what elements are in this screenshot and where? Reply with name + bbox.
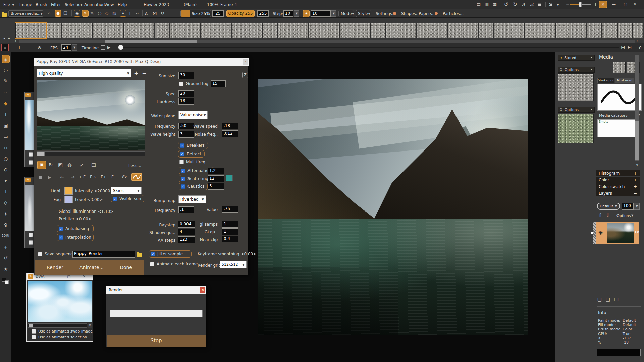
window-b-image[interactable]	[25, 185, 34, 231]
menu-selection[interactable]: Selection	[65, 2, 83, 7]
camera-move-button[interactable]: ▣	[37, 161, 46, 169]
antialiasing-checkbox[interactable]: ✓Antialiasing	[57, 225, 94, 232]
water-plane-dropdown[interactable]: Value noise▼	[178, 111, 208, 119]
star-button[interactable]: ★	[120, 10, 126, 17]
filename-field[interactable]: Puppy_Render_	[72, 251, 135, 258]
pin-marker-icon[interactable]: ⊙	[38, 45, 41, 50]
layer-thumbnail[interactable]	[607, 223, 634, 243]
shapes-button[interactable]: Shapes...	[401, 11, 420, 16]
blend-mode-dropdown[interactable]: Default▼	[597, 203, 620, 210]
style-dropdown[interactable]: Style▼	[356, 10, 371, 17]
stop-button[interactable]: Stop	[107, 335, 206, 347]
wave-speed-field[interactable]: .18	[222, 123, 238, 129]
pin-tool[interactable]: ♀	[2, 221, 10, 229]
layer-opacity-dropdown[interactable]: ▼	[634, 203, 640, 210]
warp-icon[interactable]: ▨	[112, 11, 116, 16]
filmstrip-selected-thumb-1[interactable]	[16, 23, 31, 38]
align-cross-icon[interactable]: +	[128, 11, 132, 16]
dwa-swap-check[interactable]	[32, 329, 36, 334]
filmstrip-selected-group[interactable]	[15, 22, 47, 39]
fog-color-swatch[interactable]	[64, 196, 73, 203]
ellipse-select-tool[interactable]: ○	[2, 155, 10, 163]
media-category-box[interactable]: Empty	[597, 119, 639, 137]
layer-opacity-field[interactable]: 100	[622, 203, 634, 210]
timeline-track[interactable]	[122, 47, 619, 48]
swap-icon[interactable]: ⇄	[530, 2, 534, 7]
canvas-image[interactable]	[258, 79, 528, 335]
polygon-tool[interactable]: ◆	[2, 99, 10, 107]
filmstrip-thumbnails[interactable]	[47, 23, 643, 38]
window-b-check-2[interactable]	[29, 240, 33, 245]
window-a-check-1[interactable]	[29, 152, 33, 157]
restore-icon[interactable]: ▢	[624, 2, 627, 7]
styles-icon[interactable]: S	[549, 2, 552, 7]
info-input-box[interactable]	[597, 349, 641, 356]
particles-button[interactable]: Particles...	[443, 11, 464, 16]
scatter-icon[interactable]: ∴	[48, 11, 51, 15]
sun-size-field[interactable]: 30	[178, 72, 194, 79]
timeline-prev-icon[interactable]: |◀	[621, 45, 625, 49]
move-tool[interactable]: ◈	[2, 55, 10, 63]
puppy-close-button[interactable]: ✕	[243, 59, 248, 65]
paste-image-icon[interactable]: ▤	[477, 2, 481, 7]
steps-field[interactable]: 10	[283, 10, 293, 17]
menu-animation[interactable]: Animation	[84, 2, 105, 7]
secondary-color-swatch[interactable]	[5, 280, 9, 284]
media-scrollbar[interactable]: ⋮	[635, 55, 639, 161]
visible-sun-checkbox[interactable]: ✓Visible sun	[111, 195, 144, 202]
filmstrip-scroll-left-icon[interactable]: ‹	[15, 39, 16, 43]
rotate-icon[interactable]: ↻	[161, 11, 164, 16]
camera-clip-icon[interactable]: ▤	[91, 162, 96, 168]
add-preset-icon[interactable]: +	[134, 70, 139, 77]
light-intensity[interactable]: Intensity <20000>	[75, 189, 113, 193]
background-window-a[interactable]: ✎	[24, 92, 34, 167]
pencil-active-button[interactable]: ✎	[82, 10, 89, 17]
anim-brush-icon[interactable]: ✦	[303, 10, 310, 17]
preview-image[interactable]	[37, 80, 145, 150]
filmstrip-mini-icon-2[interactable]: ▪	[8, 37, 10, 40]
color-expand-icon[interactable]: +	[634, 178, 637, 182]
stored-texture-thumb-1[interactable]	[558, 73, 594, 101]
filmstrip-scroll-right-icon[interactable]: ›	[637, 39, 638, 43]
color-swatch-expand-icon[interactable]: +	[634, 184, 637, 189]
options-top-header[interactable]: Ω Options ✕	[558, 67, 595, 73]
layer-up-icon[interactable]: ⇧	[598, 212, 602, 218]
copy-layer-icon[interactable]: ❏	[606, 297, 610, 302]
pencil-icon[interactable]: ✎	[90, 11, 94, 16]
del-key-icon[interactable]: F-	[111, 175, 115, 179]
menu-image[interactable]: Image	[19, 2, 32, 7]
zoom-slider-knob[interactable]	[579, 2, 582, 7]
layer-options-chevron-icon[interactable]: ▼	[631, 214, 633, 217]
less-link[interactable]: Less...	[128, 163, 141, 168]
z-button[interactable]: Z	[242, 72, 248, 78]
pen-tool[interactable]: ▣	[2, 121, 10, 129]
diamond-icon[interactable]: ◇	[105, 11, 108, 16]
layer-visibility-icon[interactable]: ◉	[598, 229, 603, 235]
render-title-bar[interactable]: Render ✕	[106, 286, 206, 294]
gi-quality-field[interactable]: 1	[222, 228, 238, 235]
picker-tool[interactable]: ▾	[2, 177, 10, 185]
breakers-checkbox[interactable]: ✓Breakers	[178, 142, 208, 149]
media-expand-chevron-icon[interactable]: ∨	[636, 162, 639, 167]
save-folder-icon[interactable]	[137, 253, 142, 257]
scattering-color-swatch[interactable]	[226, 175, 233, 181]
paste-strip-icon[interactable]: ▥	[485, 2, 489, 7]
stored-texture-thumb-2[interactable]	[558, 114, 594, 143]
back-frame-icon[interactable]: ←	[60, 174, 64, 180]
animate-button[interactable]: Animate...	[79, 265, 104, 270]
camera-pan-icon[interactable]: ◩	[58, 162, 63, 168]
paste-anim-icon[interactable]: ▦	[493, 2, 497, 7]
refract-checkbox[interactable]: ✓Refract	[178, 150, 205, 158]
dwa-scrollbar[interactable]	[28, 323, 87, 328]
tab-stroke-preview[interactable]: Stroke prv	[597, 78, 614, 83]
puppy-ray-dialog[interactable]: Puppy Ray (GP​U) NVIDIA GeForce RTX 2080…	[34, 58, 248, 275]
mult-ifreq-checkbox[interactable]: Mult ifreq..	[179, 160, 208, 164]
redo-icon[interactable]: ↻	[513, 1, 517, 7]
brush-tool[interactable]: ✎	[2, 77, 10, 85]
zoom-in-icon[interactable]: +	[594, 2, 597, 7]
menu-help[interactable]: Help	[118, 2, 127, 7]
camera-zoom-icon[interactable]: ↗	[79, 162, 84, 168]
bump-map-dropdown[interactable]: Riverbed▼	[178, 195, 206, 203]
fog-level[interactable]: Level <3.00>	[75, 197, 103, 202]
background-window-b[interactable]: ✎	[24, 177, 34, 248]
